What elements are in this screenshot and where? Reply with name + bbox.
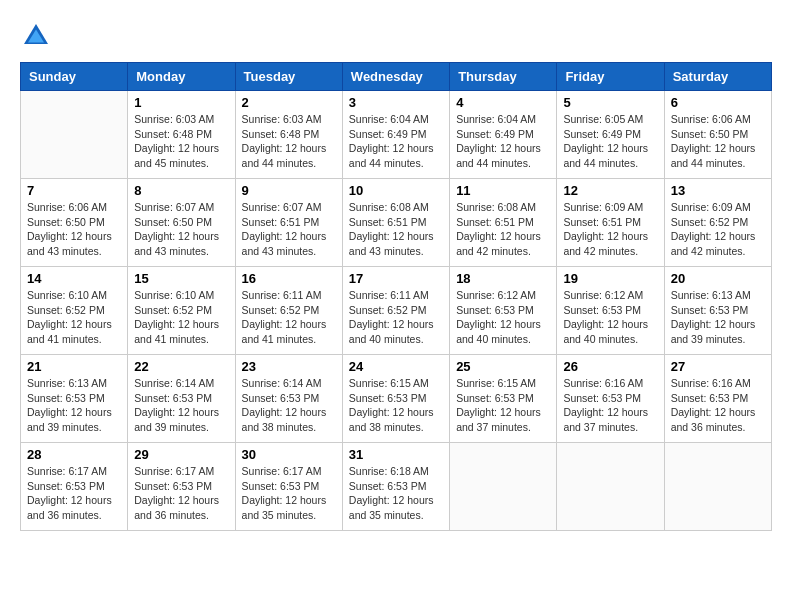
day-info: Sunrise: 6:14 AM Sunset: 6:53 PM Dayligh… xyxy=(242,376,336,435)
sunrise-text: Sunrise: 6:18 AM xyxy=(349,465,429,477)
day-info: Sunrise: 6:11 AM Sunset: 6:52 PM Dayligh… xyxy=(349,288,443,347)
sunrise-text: Sunrise: 6:12 AM xyxy=(563,289,643,301)
sunset-text: Sunset: 6:53 PM xyxy=(242,392,320,404)
calendar-cell: 27 Sunrise: 6:16 AM Sunset: 6:53 PM Dayl… xyxy=(664,355,771,443)
sunrise-text: Sunrise: 6:13 AM xyxy=(671,289,751,301)
sunrise-text: Sunrise: 6:17 AM xyxy=(242,465,322,477)
date-number: 23 xyxy=(242,359,336,374)
sunrise-text: Sunrise: 6:06 AM xyxy=(671,113,751,125)
date-number: 18 xyxy=(456,271,550,286)
sunset-text: Sunset: 6:52 PM xyxy=(349,304,427,316)
calendar-cell: 5 Sunrise: 6:05 AM Sunset: 6:49 PM Dayli… xyxy=(557,91,664,179)
calendar-cell: 3 Sunrise: 6:04 AM Sunset: 6:49 PM Dayli… xyxy=(342,91,449,179)
sunrise-text: Sunrise: 6:16 AM xyxy=(563,377,643,389)
sunset-text: Sunset: 6:50 PM xyxy=(671,128,749,140)
sunrise-text: Sunrise: 6:17 AM xyxy=(134,465,214,477)
day-header-tuesday: Tuesday xyxy=(235,63,342,91)
date-number: 13 xyxy=(671,183,765,198)
calendar-cell: 23 Sunrise: 6:14 AM Sunset: 6:53 PM Dayl… xyxy=(235,355,342,443)
calendar-cell xyxy=(557,443,664,531)
calendar-cell: 8 Sunrise: 6:07 AM Sunset: 6:50 PM Dayli… xyxy=(128,179,235,267)
daylight-text: Daylight: 12 hours and 43 minutes. xyxy=(242,230,327,257)
daylight-text: Daylight: 12 hours and 39 minutes. xyxy=(134,406,219,433)
calendar-cell: 21 Sunrise: 6:13 AM Sunset: 6:53 PM Dayl… xyxy=(21,355,128,443)
logo xyxy=(20,20,56,52)
sunset-text: Sunset: 6:51 PM xyxy=(242,216,320,228)
date-number: 25 xyxy=(456,359,550,374)
day-info: Sunrise: 6:15 AM Sunset: 6:53 PM Dayligh… xyxy=(456,376,550,435)
sunset-text: Sunset: 6:53 PM xyxy=(671,392,749,404)
sunset-text: Sunset: 6:53 PM xyxy=(563,304,641,316)
sunset-text: Sunset: 6:53 PM xyxy=(27,392,105,404)
date-number: 8 xyxy=(134,183,228,198)
sunrise-text: Sunrise: 6:07 AM xyxy=(242,201,322,213)
sunrise-text: Sunrise: 6:13 AM xyxy=(27,377,107,389)
calendar-cell: 26 Sunrise: 6:16 AM Sunset: 6:53 PM Dayl… xyxy=(557,355,664,443)
daylight-text: Daylight: 12 hours and 41 minutes. xyxy=(134,318,219,345)
sunrise-text: Sunrise: 6:15 AM xyxy=(456,377,536,389)
day-info: Sunrise: 6:13 AM Sunset: 6:53 PM Dayligh… xyxy=(27,376,121,435)
sunrise-text: Sunrise: 6:04 AM xyxy=(349,113,429,125)
day-info: Sunrise: 6:03 AM Sunset: 6:48 PM Dayligh… xyxy=(134,112,228,171)
daylight-text: Daylight: 12 hours and 41 minutes. xyxy=(27,318,112,345)
calendar-cell: 20 Sunrise: 6:13 AM Sunset: 6:53 PM Dayl… xyxy=(664,267,771,355)
day-info: Sunrise: 6:17 AM Sunset: 6:53 PM Dayligh… xyxy=(134,464,228,523)
daylight-text: Daylight: 12 hours and 40 minutes. xyxy=(349,318,434,345)
day-info: Sunrise: 6:08 AM Sunset: 6:51 PM Dayligh… xyxy=(456,200,550,259)
sunrise-text: Sunrise: 6:12 AM xyxy=(456,289,536,301)
page-header xyxy=(20,20,772,52)
week-row-2: 7 Sunrise: 6:06 AM Sunset: 6:50 PM Dayli… xyxy=(21,179,772,267)
day-header-wednesday: Wednesday xyxy=(342,63,449,91)
day-info: Sunrise: 6:06 AM Sunset: 6:50 PM Dayligh… xyxy=(671,112,765,171)
daylight-text: Daylight: 12 hours and 37 minutes. xyxy=(563,406,648,433)
date-number: 7 xyxy=(27,183,121,198)
calendar-cell: 22 Sunrise: 6:14 AM Sunset: 6:53 PM Dayl… xyxy=(128,355,235,443)
date-number: 15 xyxy=(134,271,228,286)
day-info: Sunrise: 6:12 AM Sunset: 6:53 PM Dayligh… xyxy=(563,288,657,347)
daylight-text: Daylight: 12 hours and 40 minutes. xyxy=(563,318,648,345)
date-number: 5 xyxy=(563,95,657,110)
calendar-cell: 12 Sunrise: 6:09 AM Sunset: 6:51 PM Dayl… xyxy=(557,179,664,267)
day-info: Sunrise: 6:13 AM Sunset: 6:53 PM Dayligh… xyxy=(671,288,765,347)
day-header-thursday: Thursday xyxy=(450,63,557,91)
date-number: 31 xyxy=(349,447,443,462)
sunrise-text: Sunrise: 6:16 AM xyxy=(671,377,751,389)
sunrise-text: Sunrise: 6:07 AM xyxy=(134,201,214,213)
daylight-text: Daylight: 12 hours and 44 minutes. xyxy=(671,142,756,169)
sunrise-text: Sunrise: 6:17 AM xyxy=(27,465,107,477)
daylight-text: Daylight: 12 hours and 38 minutes. xyxy=(242,406,327,433)
day-info: Sunrise: 6:12 AM Sunset: 6:53 PM Dayligh… xyxy=(456,288,550,347)
sunrise-text: Sunrise: 6:03 AM xyxy=(134,113,214,125)
calendar-cell: 1 Sunrise: 6:03 AM Sunset: 6:48 PM Dayli… xyxy=(128,91,235,179)
calendar-cell: 10 Sunrise: 6:08 AM Sunset: 6:51 PM Dayl… xyxy=(342,179,449,267)
sunrise-text: Sunrise: 6:05 AM xyxy=(563,113,643,125)
daylight-text: Daylight: 12 hours and 42 minutes. xyxy=(563,230,648,257)
date-number: 10 xyxy=(349,183,443,198)
day-info: Sunrise: 6:17 AM Sunset: 6:53 PM Dayligh… xyxy=(27,464,121,523)
date-number: 26 xyxy=(563,359,657,374)
week-row-3: 14 Sunrise: 6:10 AM Sunset: 6:52 PM Dayl… xyxy=(21,267,772,355)
sunset-text: Sunset: 6:53 PM xyxy=(242,480,320,492)
sunrise-text: Sunrise: 6:08 AM xyxy=(349,201,429,213)
calendar-cell: 25 Sunrise: 6:15 AM Sunset: 6:53 PM Dayl… xyxy=(450,355,557,443)
sunset-text: Sunset: 6:52 PM xyxy=(671,216,749,228)
day-info: Sunrise: 6:16 AM Sunset: 6:53 PM Dayligh… xyxy=(563,376,657,435)
sunset-text: Sunset: 6:53 PM xyxy=(456,392,534,404)
sunset-text: Sunset: 6:49 PM xyxy=(349,128,427,140)
daylight-text: Daylight: 12 hours and 43 minutes. xyxy=(27,230,112,257)
date-number: 19 xyxy=(563,271,657,286)
calendar-cell: 17 Sunrise: 6:11 AM Sunset: 6:52 PM Dayl… xyxy=(342,267,449,355)
calendar-cell xyxy=(664,443,771,531)
date-number: 3 xyxy=(349,95,443,110)
sunset-text: Sunset: 6:48 PM xyxy=(242,128,320,140)
day-header-row: SundayMondayTuesdayWednesdayThursdayFrid… xyxy=(21,63,772,91)
day-header-friday: Friday xyxy=(557,63,664,91)
sunset-text: Sunset: 6:51 PM xyxy=(563,216,641,228)
daylight-text: Daylight: 12 hours and 43 minutes. xyxy=(349,230,434,257)
sunset-text: Sunset: 6:51 PM xyxy=(349,216,427,228)
sunset-text: Sunset: 6:52 PM xyxy=(27,304,105,316)
daylight-text: Daylight: 12 hours and 45 minutes. xyxy=(134,142,219,169)
calendar-cell: 16 Sunrise: 6:11 AM Sunset: 6:52 PM Dayl… xyxy=(235,267,342,355)
day-info: Sunrise: 6:15 AM Sunset: 6:53 PM Dayligh… xyxy=(349,376,443,435)
sunset-text: Sunset: 6:51 PM xyxy=(456,216,534,228)
